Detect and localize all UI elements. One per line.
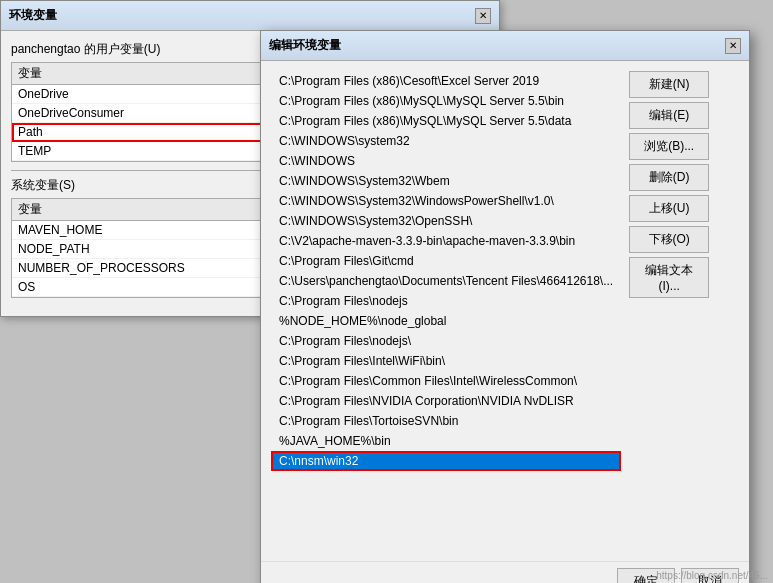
sys-var-name: OS xyxy=(12,278,286,297)
list-item[interactable]: C:\WINDOWS\system32 xyxy=(271,131,621,151)
new-button[interactable]: 新建(N) xyxy=(629,71,709,98)
watermark: https://blog.csdn.net/46... xyxy=(656,570,768,581)
list-item[interactable]: C:\Program Files (x86)\MySQL\MySQL Serve… xyxy=(271,111,621,131)
list-item[interactable]: C:\Program Files\Common Files\Intel\Wire… xyxy=(271,371,621,391)
user-var-name: TMP xyxy=(12,161,303,163)
sys-var-name: NODE_PATH xyxy=(12,240,286,259)
list-item[interactable]: C:\WINDOWS xyxy=(271,151,621,171)
delete-button[interactable]: 删除(D) xyxy=(629,164,709,191)
main-dialog-title: 环境变量 xyxy=(9,7,57,24)
list-item[interactable]: C:\Program Files\TortoiseSVN\bin xyxy=(271,411,621,431)
list-item[interactable]: C:\Program Files\NVIDIA Corporation\NVID… xyxy=(271,391,621,411)
user-var-name: OneDriveConsumer xyxy=(12,104,303,123)
sys-var-name: NUMBER_OF_PROCESSORS xyxy=(12,259,286,278)
list-item[interactable]: C:\Program Files (x86)\MySQL\MySQL Serve… xyxy=(271,91,621,111)
sys-var-name: MAVEN_HOME xyxy=(12,221,286,240)
user-var-name: Path xyxy=(12,123,303,142)
edit-env-dialog: 编辑环境变量 ✕ C:\Program Files (x86)\Cesoft\E… xyxy=(260,30,750,583)
path-list[interactable]: C:\Program Files (x86)\Cesoft\Excel Serv… xyxy=(271,71,621,551)
edit-button[interactable]: 编辑(E) xyxy=(629,102,709,129)
user-var-name: TEMP xyxy=(12,142,303,161)
list-item[interactable]: C:\WINDOWS\System32\OpenSSH\ xyxy=(271,211,621,231)
list-item[interactable]: C:\Users\panchengtao\Documents\Tencent F… xyxy=(271,271,621,291)
list-item[interactable]: C:\Program Files\Intel\WiFi\bin\ xyxy=(271,351,621,371)
main-close-button[interactable]: ✕ xyxy=(475,8,491,24)
list-item[interactable]: C:\Program Files (x86)\Cesoft\Excel Serv… xyxy=(271,71,621,91)
edit-action-buttons: 新建(N) 编辑(E) 浏览(B)... 删除(D) 上移(U) 下移(O) 编… xyxy=(629,71,709,551)
list-item[interactable]: C:\WINDOWS\System32\WindowsPowerShell\v1… xyxy=(271,191,621,211)
user-var-name: OneDrive xyxy=(12,85,303,104)
edit-main-area: C:\Program Files (x86)\Cesoft\Excel Serv… xyxy=(261,61,749,561)
list-item[interactable]: %JAVA_HOME%\bin xyxy=(271,431,621,451)
user-col-var: 变量 xyxy=(12,63,303,85)
list-item[interactable]: C:\nnsm\win32 xyxy=(271,451,621,471)
edit-dialog-title: 编辑环境变量 xyxy=(269,37,341,54)
list-item[interactable]: C:\Program Files\nodejs\ xyxy=(271,331,621,351)
browse-button[interactable]: 浏览(B)... xyxy=(629,133,709,160)
path-list-scroll: C:\Program Files (x86)\Cesoft\Excel Serv… xyxy=(271,71,621,551)
list-item[interactable]: C:\V2\apache-maven-3.3.9-bin\apache-mave… xyxy=(271,231,621,251)
main-title-bar: 环境变量 ✕ xyxy=(1,1,499,31)
move-up-button[interactable]: 上移(U) xyxy=(629,195,709,222)
sys-var-name: Path xyxy=(12,297,286,299)
list-item[interactable]: C:\WINDOWS\System32\Wbem xyxy=(271,171,621,191)
move-down-button[interactable]: 下移(O) xyxy=(629,226,709,253)
system-col-var: 变量 xyxy=(12,199,286,221)
list-item[interactable]: C:\Program Files\Git\cmd xyxy=(271,251,621,271)
edit-close-button[interactable]: ✕ xyxy=(725,38,741,54)
list-item[interactable]: C:\Program Files\nodejs xyxy=(271,291,621,311)
list-item[interactable]: %NODE_HOME%\node_global xyxy=(271,311,621,331)
edit-title-bar: 编辑环境变量 ✕ xyxy=(261,31,749,61)
edit-text-button[interactable]: 编辑文本(I)... xyxy=(629,257,709,298)
